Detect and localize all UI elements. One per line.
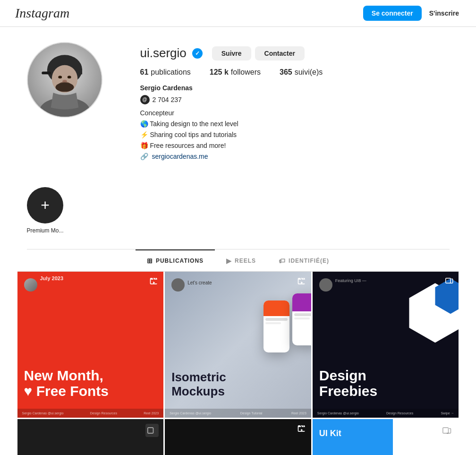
highlight-item[interactable]: + Premium Mo...: [27, 187, 64, 234]
username: ui.sergio: [140, 46, 187, 60]
stat-publications[interactable]: 61 publications: [140, 68, 191, 77]
svg-point-10: [55, 83, 74, 92]
publications-label: publications: [151, 68, 191, 77]
post-item[interactable]: UI Kit PremiumDesign: [313, 419, 459, 455]
bio-line2: ⚡ Sharing cool tips and tutorials: [140, 130, 450, 140]
highlight-plus-icon: +: [41, 197, 50, 213]
post-meta-bar: Sergio Cardenas @ui.sergio Design Tutori…: [165, 409, 311, 418]
reel-icon: [149, 276, 159, 288]
username-row: ui.sergio Suivre Contacter: [140, 46, 450, 60]
avatar-wrapper: [27, 42, 102, 118]
action-buttons: Suivre Contacter: [212, 46, 305, 60]
bio-line1: 🌎 Taking design to the next level: [140, 119, 450, 129]
threads-count: 2 704 237: [153, 96, 182, 103]
verified-badge: [192, 48, 203, 59]
tag-icon: 🏷: [279, 257, 286, 265]
tabs-section: ⊞ PUBLICATIONS ▶ REELS 🏷 IDENTIFIÉ(E): [17, 249, 459, 272]
svg-rect-4: [42, 71, 51, 74]
followers-label: followers: [231, 68, 261, 77]
post-item[interactable]: Featuring UI8 — DesignFreebies Sergio Ca…: [313, 272, 459, 418]
avatar-image: [28, 43, 102, 117]
svg-rect-14: [443, 428, 449, 433]
stat-followers[interactable]: 125 k followers: [210, 68, 261, 77]
publications-count: 61: [140, 68, 149, 77]
tab-publications-label: PUBLICATIONS: [156, 258, 204, 264]
bio-link[interactable]: sergiocardenas.me: [152, 152, 208, 162]
svg-point-7: [67, 76, 71, 78]
profile-header: ui.sergio Suivre Contacter 61 publicatio…: [27, 42, 450, 163]
post-item[interactable]: [17, 419, 164, 455]
post-meta-bar: Sergio Cardenas @ui.sergio Design Resour…: [17, 409, 164, 418]
contact-button[interactable]: Contacter: [255, 46, 305, 60]
tab-reels-label: REELS: [235, 258, 256, 264]
avatar: [27, 42, 102, 118]
reels-icon: ▶: [226, 257, 232, 265]
svg-rect-13: [148, 428, 153, 433]
post-item[interactable]: July 2023 New Month,♥ Free Fonts Sergio …: [17, 272, 164, 418]
follow-button[interactable]: Suivre: [212, 46, 251, 60]
display-name: Sergio Cardenas: [140, 84, 450, 92]
tab-publications[interactable]: ⊞ PUBLICATIONS: [136, 249, 215, 271]
avatar-svg: [28, 43, 102, 117]
svg-rect-12: [446, 278, 451, 283]
instagram-logo: Instagram: [15, 6, 69, 21]
grid-icon: ⊞: [147, 257, 153, 265]
stat-following[interactable]: 365 suivi(e)s: [280, 68, 323, 77]
highlight-circle: +: [27, 187, 63, 223]
tab-reels[interactable]: ▶ REELS: [215, 249, 267, 271]
stats-row: 61 publications 125 k followers 365 suiv…: [140, 68, 450, 77]
bio-role: Concepteur: [140, 108, 450, 118]
bio-line3: 🎁 Free resources and more!: [140, 141, 450, 151]
profile-info: ui.sergio Suivre Contacter 61 publicatio…: [140, 42, 450, 163]
highlights-section: + Premium Mo...: [27, 176, 450, 249]
register-button[interactable]: S'inscrire: [427, 6, 461, 21]
highlights-row: + Premium Mo...: [27, 183, 450, 238]
profile-container: ui.sergio Suivre Contacter 61 publicatio…: [17, 27, 459, 249]
tab-tagged-label: IDENTIFIÉ(E): [289, 258, 329, 264]
posts-grid: July 2023 New Month,♥ Free Fonts Sergio …: [17, 272, 459, 455]
following-label: suivi(e)s: [295, 68, 323, 77]
post-item[interactable]: Submit APPLY: [165, 419, 311, 455]
post-item[interactable]: Let's create: [165, 272, 311, 418]
highlight-label: Premium Mo...: [27, 227, 64, 234]
app-header: Instagram Se connecter S'inscrire: [0, 0, 476, 27]
threads-icon: @: [140, 95, 150, 104]
threads-badge: @ 2 704 237: [140, 95, 182, 104]
svg-point-6: [58, 76, 62, 78]
tab-tagged[interactable]: 🏷 IDENTIFIÉ(E): [267, 249, 340, 271]
connect-button[interactable]: Se connecter: [363, 6, 422, 21]
followers-count: 125 k: [210, 68, 229, 77]
reel-icon: [297, 276, 306, 288]
reel-icon: [297, 424, 306, 436]
following-count: 365: [280, 68, 292, 77]
post-meta-bar: Sergio Cardenas @ui.sergio Design Resour…: [313, 409, 459, 418]
bio-link-row: 🔗 sergiocardenas.me: [140, 152, 450, 162]
bio: Concepteur 🌎 Taking design to the next l…: [140, 108, 450, 162]
header-actions: Se connecter S'inscrire: [363, 6, 461, 21]
carousel-icon: [445, 276, 454, 287]
